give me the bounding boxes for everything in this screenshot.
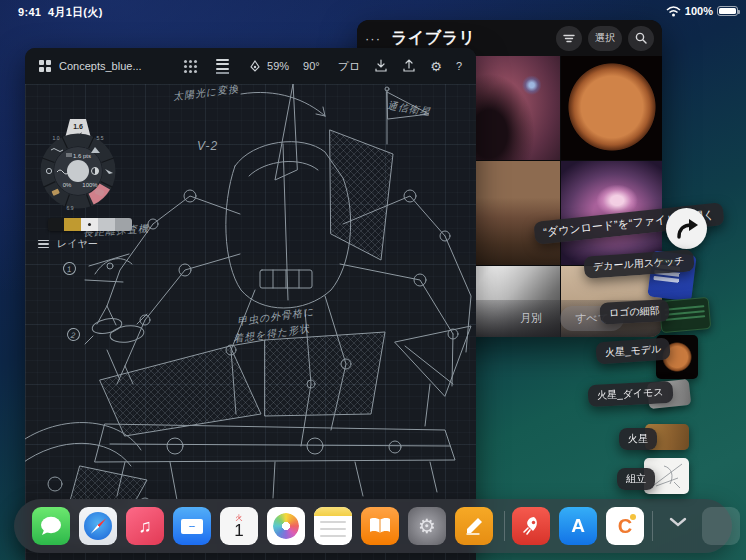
annotation-version: V-2: [197, 139, 218, 153]
wheel-opacity-min: 0%: [63, 182, 72, 188]
dock-divider: [652, 511, 653, 541]
settings-gear-icon[interactable]: ⚙: [430, 59, 442, 74]
layers-icon: [38, 240, 49, 249]
dock-app-photos[interactable]: [267, 507, 305, 545]
export-share-icon[interactable]: [402, 59, 416, 73]
more-options-button[interactable]: ···: [365, 31, 391, 46]
search-button[interactable]: [628, 26, 654, 51]
dock-app-appstore[interactable]: A: [559, 507, 597, 545]
drawing-canvas[interactable]: 太陽光に変換 通信衛星 V-2 長距離探査機 1 2 甲虫の外骨格に 着想を得た…: [25, 84, 476, 560]
dock-app-books[interactable]: [361, 507, 399, 545]
dock-hide-chevron-button[interactable]: [662, 517, 694, 527]
battery-icon: [717, 6, 738, 16]
color-swatch-bar[interactable]: [48, 218, 132, 231]
pen-mode-button[interactable]: [244, 59, 266, 73]
swatch-gold[interactable]: [64, 218, 81, 231]
wheel-size-bottom: 6.9: [67, 205, 74, 211]
mail-envelope-icon: [181, 519, 203, 534]
wheel-opacity-max: 100%: [82, 182, 98, 188]
dock-app-calendar[interactable]: 火 1: [220, 507, 258, 545]
notes-icon: [314, 507, 352, 516]
swatch-black[interactable]: [48, 218, 64, 231]
forward-arrow-icon: [674, 217, 700, 241]
dock: ♫ 火 1 ⚙: [14, 499, 732, 553]
dock-app-library[interactable]: [702, 507, 740, 545]
status-date: 4月1日(火): [48, 6, 103, 18]
filter-button[interactable]: [556, 26, 582, 51]
dock-app-rocket[interactable]: [512, 507, 550, 545]
share-forward-button[interactable]: [666, 208, 707, 249]
wheel-active-size-label: 1.6: [73, 123, 83, 130]
rotation-value[interactable]: 90°: [303, 60, 320, 72]
wheel-size-pts: 1.6 pts: [73, 153, 91, 159]
dock-app-notes[interactable]: [314, 507, 352, 545]
wheel-size-left: 1.0: [53, 135, 60, 141]
filter-lines-icon: [563, 34, 575, 43]
photos-title: ライブラリ: [391, 28, 475, 49]
tab-monthly[interactable]: 月別: [520, 311, 542, 326]
photo-tile-mars-globe[interactable]: [561, 56, 662, 160]
dock-app-c[interactable]: C: [606, 507, 644, 545]
stack-lines-icon: [216, 59, 229, 74]
layers-panel-button[interactable]: [212, 59, 234, 74]
select-button[interactable]: 選択: [588, 26, 622, 51]
wifi-icon: [666, 6, 681, 17]
swatch-lightgray[interactable]: [98, 218, 115, 231]
pro-button[interactable]: プロ: [338, 59, 361, 74]
search-icon: [635, 32, 647, 44]
appstore-a-glyph: A: [571, 515, 585, 537]
layers-button[interactable]: レイヤー: [38, 237, 98, 251]
dots-grid-icon: [184, 60, 197, 73]
rocket-icon: [520, 515, 542, 537]
grid-settings-button[interactable]: [180, 60, 202, 73]
dock-divider: [504, 511, 505, 541]
pen-icon: [463, 515, 485, 537]
dock-app-mail[interactable]: [173, 507, 211, 545]
zoom-level[interactable]: 59%: [267, 60, 289, 72]
drag-label-mars[interactable]: 火星: [619, 428, 657, 450]
concepts-drawing-window: 太陽光に変換 通信衛星 V-2 長距離探査機 1 2 甲虫の外骨格に 着想を得た…: [25, 48, 476, 560]
layers-label: レイヤー: [57, 237, 98, 251]
ipad-screen: 9:41 4月1日(火) 100% ··· ライ: [0, 0, 746, 560]
document-title[interactable]: Concepts_blue...: [59, 60, 142, 72]
gallery-icon[interactable]: [39, 60, 51, 72]
c-app-dot: [630, 514, 636, 520]
music-note-icon: ♫: [138, 516, 152, 537]
drag-label-logo[interactable]: ロゴの細部: [599, 299, 669, 325]
import-icon[interactable]: [374, 59, 388, 73]
dock-app-concepts[interactable]: [455, 507, 493, 545]
photos-flower-icon: [273, 513, 299, 539]
drag-label-deimos[interactable]: 火星_ダイモス: [587, 381, 673, 407]
status-time: 9:41: [18, 6, 41, 18]
drawing-toolbar: Concepts_blue... 59% 90° プロ: [25, 48, 476, 84]
help-button[interactable]: ?: [456, 60, 462, 72]
calendar-day: 1: [234, 522, 243, 539]
swatch-white-selected[interactable]: [81, 218, 98, 231]
drag-label-assembly[interactable]: 組立: [617, 468, 655, 490]
current-color-dot: [67, 160, 89, 182]
dock-app-safari[interactable]: [79, 507, 117, 545]
dock-app-music[interactable]: ♫: [126, 507, 164, 545]
status-bar: 9:41 4月1日(火) 100%: [0, 0, 746, 22]
messages-bubble-icon: [39, 515, 63, 537]
dock-app-settings[interactable]: ⚙: [408, 507, 446, 545]
open-book-icon: [368, 517, 392, 535]
safari-compass-icon: [84, 512, 112, 540]
dock-app-messages[interactable]: [32, 507, 70, 545]
battery-percent: 100%: [685, 5, 713, 17]
swatch-gray[interactable]: [115, 218, 132, 231]
settings-gear-glyph: ⚙: [418, 514, 436, 538]
chevron-down-icon: [669, 517, 687, 527]
wheel-size-right: 5.5: [97, 135, 104, 141]
pen-nib-icon: [248, 59, 262, 73]
tool-wheel[interactable]: 1.6 1.6 pts 0% 100% 1.0: [39, 114, 119, 216]
